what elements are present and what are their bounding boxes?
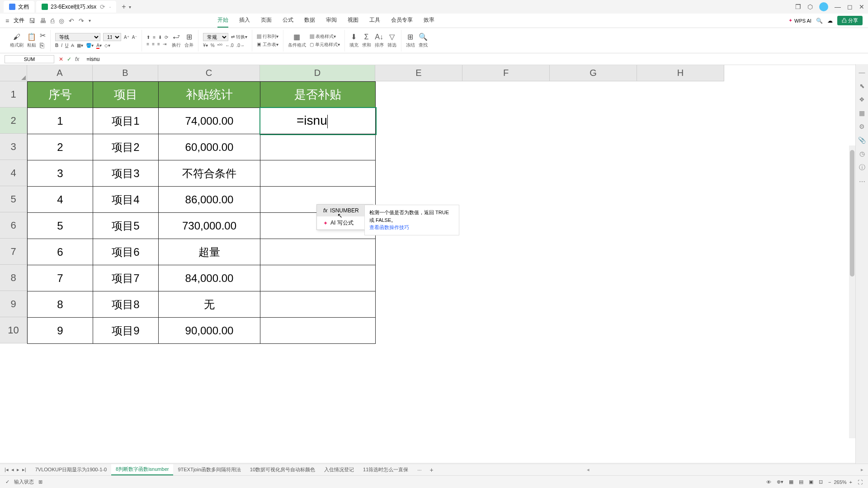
rowcol-button[interactable]: ▦ 行和列▾ [257, 33, 278, 40]
sheet-tab[interactable]: 10数据可视化房号自动标颜色 [245, 465, 320, 475]
row-header[interactable]: 6 [0, 212, 27, 239]
view-reading-icon[interactable]: ▣ [809, 479, 813, 485]
menu-tab-page[interactable]: 页面 [261, 14, 272, 28]
row-header[interactable]: 1 [0, 81, 27, 108]
convert-button[interactable]: ⇄ 转换▾ [231, 34, 247, 40]
sheet-scroll-left-icon[interactable]: ◂ [587, 467, 590, 473]
file-menu[interactable]: 文件 [14, 17, 24, 24]
preview-icon[interactable]: ◎ [59, 17, 64, 24]
menu-tab-start[interactable]: 开始 [217, 14, 228, 28]
cell[interactable]: 不符合条件 [159, 160, 260, 187]
prev-sheet-icon[interactable]: ◂ [11, 467, 14, 473]
align-bottom-icon[interactable]: ⬇ [158, 35, 162, 40]
sidebar-style-icon[interactable]: ❖ [859, 96, 865, 103]
last-sheet-icon[interactable]: ▸| [22, 467, 26, 473]
cell[interactable] [260, 239, 376, 265]
cell[interactable] [260, 265, 376, 291]
cell[interactable]: 项目2 [93, 134, 159, 160]
docs-tab[interactable]: 文档 [4, 1, 34, 13]
eye-icon[interactable]: 👁 [766, 479, 771, 485]
share-button[interactable]: 凸 分享 [837, 16, 863, 25]
cell[interactable]: 项目8 [93, 291, 159, 318]
undo-icon[interactable]: ↶ [69, 17, 74, 24]
menu-tab-review[interactable]: 审阅 [326, 14, 337, 28]
wps-ai-button[interactable]: ✦ WPS AI [788, 18, 811, 23]
row-header[interactable]: 7 [0, 239, 27, 265]
strike-icon[interactable]: A̶ [71, 43, 74, 48]
cond-fmt-button[interactable]: ▦条件格式 [288, 33, 306, 48]
row-header[interactable]: 3 [0, 134, 27, 160]
row-header[interactable]: 8 [0, 265, 27, 291]
row-header[interactable]: 4 [0, 160, 27, 186]
add-sheet-button[interactable]: + [429, 466, 433, 474]
cloud-icon[interactable]: ☁ [827, 18, 833, 24]
table-header[interactable]: 是否补贴 [260, 82, 376, 108]
cell[interactable]: 8 [28, 291, 93, 318]
next-sheet-icon[interactable]: ▸ [17, 467, 19, 473]
sidebar-minus-icon[interactable]: — [859, 69, 865, 76]
col-header[interactable]: E [375, 65, 462, 81]
font-color-icon[interactable]: A▾ [96, 43, 102, 48]
col-header[interactable]: C [158, 65, 260, 81]
dropdown-icon[interactable]: ▾ [89, 18, 91, 23]
align-left-icon[interactable]: ≡ [146, 42, 149, 47]
copy-icon[interactable]: ⎘ [40, 42, 46, 50]
border-icon[interactable]: ▦▾ [77, 43, 83, 48]
sheet-tab[interactable]: 8判断数字函数isnumber [111, 464, 173, 475]
sidebar-settings-icon[interactable]: ⚙ [859, 123, 865, 130]
name-box[interactable] [5, 55, 54, 63]
menu-tab-tools[interactable]: 工具 [369, 14, 380, 28]
view-custom-icon[interactable]: ⊡ [819, 479, 823, 485]
row-header[interactable]: 9 [0, 291, 27, 317]
cell[interactable]: 5 [28, 213, 93, 239]
editing-cell[interactable]: =isnu [260, 108, 376, 134]
sheet-tab[interactable]: 入住情况登记 [320, 465, 359, 475]
zoom-out-icon[interactable]: − [828, 479, 831, 485]
tab-dropdown-icon[interactable]: ▾ [129, 5, 131, 9]
increase-font-icon[interactable]: A⁺ [124, 35, 129, 40]
comma-icon[interactable]: ⁿ⁰⁰ [217, 43, 223, 48]
zoom-level[interactable]: 265% [834, 479, 846, 485]
sort-button[interactable]: A↓排序 [375, 33, 384, 48]
print-preview-icon[interactable]: ⎙ [51, 17, 54, 24]
cell[interactable]: 90,000.00 [159, 318, 260, 344]
sheet-tab[interactable]: 7VLOOKUP日期显示为1900-1-0 [31, 465, 111, 475]
wrap-button[interactable]: ⮐换行 [172, 33, 181, 48]
paste-button[interactable]: 📋 粘贴 [27, 33, 36, 48]
new-tab-button[interactable]: + [122, 3, 126, 11]
bold-icon[interactable]: B [55, 43, 58, 48]
sidebar-attach-icon[interactable]: 📎 [858, 136, 866, 144]
search-icon[interactable]: 🔍 [816, 18, 823, 24]
table-style-button[interactable]: ▦ 表格样式▾ [310, 33, 340, 40]
percent-icon[interactable]: % [211, 43, 215, 48]
view-normal-icon[interactable]: ▦ [789, 479, 793, 485]
cell[interactable] [260, 160, 376, 187]
cell[interactable]: 无 [159, 291, 260, 318]
multi-window-icon[interactable]: ❐ [795, 3, 801, 10]
redo-icon[interactable]: ↷ [79, 17, 84, 24]
cell[interactable]: 74,000.00 [159, 108, 260, 134]
menu-tab-insert[interactable]: 插入 [239, 14, 250, 28]
sidebar-more-icon[interactable]: ⋯ [859, 178, 865, 185]
maximize-icon[interactable]: ◻ [847, 3, 853, 10]
cell[interactable]: 超量 [159, 239, 260, 265]
filter-button[interactable]: ▽筛选 [387, 33, 396, 48]
highlight-icon[interactable]: ◇▾ [104, 43, 110, 48]
align-center-icon[interactable]: ≡ [152, 42, 155, 47]
cell[interactable] [260, 291, 376, 318]
orientation-icon[interactable]: ⟳ [165, 35, 168, 40]
hamburger-icon[interactable]: ≡ [5, 17, 9, 24]
row-header[interactable]: 10 [0, 317, 27, 343]
grid-icon[interactable]: ⊕▾ [777, 479, 783, 485]
cell-style-button[interactable]: ▢ 单元格样式▾ [310, 42, 340, 48]
confirm-formula-icon[interactable]: ✓ [67, 56, 71, 62]
cell[interactable] [260, 318, 376, 344]
first-sheet-icon[interactable]: |◂ [5, 467, 9, 473]
worksheet-button[interactable]: ▣ 工作表▾ [257, 42, 278, 48]
align-right-icon[interactable]: ≡ [157, 42, 160, 47]
cell[interactable]: 项目7 [93, 265, 159, 291]
menu-tab-member[interactable]: 会员专享 [391, 14, 413, 28]
cell[interactable] [260, 134, 376, 160]
row-header[interactable]: 2 [0, 108, 27, 134]
vertical-scrollbar[interactable] [849, 145, 855, 438]
